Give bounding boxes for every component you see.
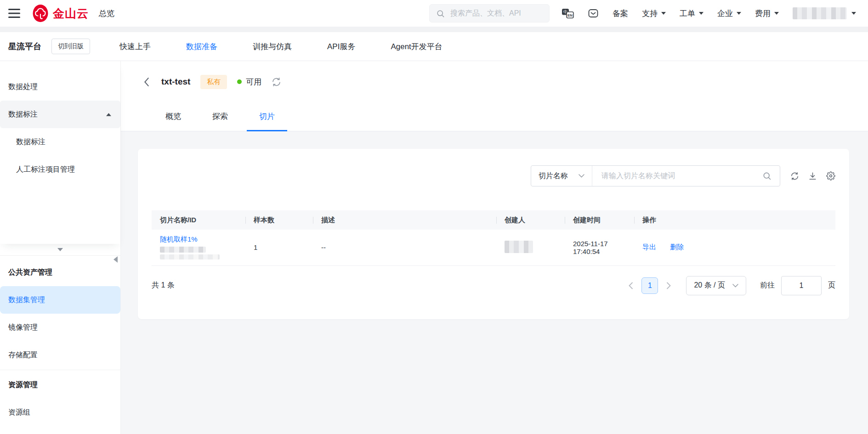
sidebar-annotation-menu: 数据处理 数据标注 数据标注 人工标注项目管理	[0, 61, 120, 244]
slice-filter-control: 切片名称	[531, 165, 780, 186]
sidebar-item-resource-group[interactable]: 资源组	[0, 399, 120, 426]
topbar-menu-support[interactable]: 支持	[642, 8, 666, 19]
switch-old-version-button[interactable]: 切到旧版	[51, 39, 90, 54]
platform-tab-api-service[interactable]: API服务	[327, 41, 355, 52]
chevron-down-icon	[732, 284, 738, 287]
dataset-detail-header: txt-test 私有 可用 概览 探索 切片	[121, 61, 868, 131]
page-number-active[interactable]: 1	[641, 277, 658, 294]
visibility-badge: 私有	[200, 75, 227, 89]
messages-icon[interactable]	[588, 8, 599, 19]
global-search-input[interactable]	[449, 9, 546, 18]
refresh-table-button[interactable]	[790, 172, 799, 180]
column-header-created-at: 创建时间	[565, 210, 634, 230]
language-toggle-icon[interactable]: 中 EN	[562, 8, 574, 19]
pagination: 1 20 条 / 页 前往 页	[626, 276, 835, 295]
column-header-actions: 操作	[634, 210, 835, 230]
sidebar-item-dataset-management[interactable]: 数据集管理	[0, 286, 120, 314]
beian-link[interactable]: 备案	[613, 8, 628, 19]
slices-toolbar: 切片名称	[152, 165, 835, 186]
delete-action-link[interactable]: 删除	[670, 243, 684, 251]
column-header-description: 描述	[313, 210, 496, 230]
sidebar-subitem-data-annotation[interactable]: 数据标注	[0, 128, 120, 156]
tab-slice[interactable]: 切片	[247, 111, 287, 131]
filter-field-select[interactable]: 切片名称	[531, 166, 592, 186]
back-button[interactable]	[142, 76, 151, 88]
created-at-cell: 2025-11-17 17:40:54	[565, 230, 634, 265]
page-unit-label: 页	[828, 281, 835, 290]
chevron-up-icon	[106, 113, 111, 116]
sidebar-subitem-manual-annotation-projects[interactable]: 人工标注项目管理	[0, 156, 120, 183]
topbar-divider-band	[0, 27, 868, 32]
main-content: txt-test 私有 可用 概览 探索 切片	[121, 61, 868, 434]
sidebar-item-image-management[interactable]: 镜像管理	[0, 314, 120, 341]
prev-page-button[interactable]	[626, 280, 635, 291]
detail-tabs: 概览 探索 切片	[153, 96, 868, 131]
slice-name-link[interactable]: 随机取样1%	[160, 235, 198, 244]
export-action-link[interactable]: 导出	[642, 243, 656, 251]
chevron-down-icon	[57, 248, 63, 251]
user-account-masked	[793, 7, 847, 19]
brand-logo[interactable]: 金山云	[32, 4, 89, 23]
refresh-status-button[interactable]	[272, 77, 281, 87]
platform-tab-agent-platform[interactable]: Agent开发平台	[391, 41, 442, 52]
content-body: 切片名称	[121, 131, 868, 434]
slice-search-input[interactable]	[601, 171, 757, 180]
settings-gear-icon[interactable]	[826, 171, 835, 180]
status-dot	[237, 79, 242, 84]
description-cell: --	[313, 230, 496, 265]
goto-page-input[interactable]	[781, 276, 822, 295]
brand-name: 金山云	[53, 6, 89, 21]
chevron-down-icon	[579, 174, 584, 178]
search-icon[interactable]	[762, 171, 772, 180]
platform-tabs: 快速上手 数据准备 训推与仿真 API服务 Agent开发平台	[119, 41, 443, 52]
sidebar-group-title: 资源管理	[0, 371, 120, 399]
global-search[interactable]	[429, 4, 550, 23]
platform-tab-quickstart[interactable]: 快速上手	[119, 41, 151, 52]
sidebar-collapse-handle[interactable]	[112, 254, 119, 265]
hamburger-menu-icon[interactable]	[8, 9, 20, 18]
search-icon	[436, 9, 445, 18]
platform-navbar: 星流平台 切到旧版 快速上手 数据准备 训推与仿真 API服务 Agent开发平…	[0, 32, 868, 61]
kingsoft-cloud-logo-icon	[32, 4, 49, 23]
sidebar-group-public-assets: 公共资产管理 数据集管理 镜像管理 存储配置	[0, 259, 120, 369]
topbar-right-cluster: 中 EN 备案 支持 工单 企业 费用	[562, 7, 856, 19]
sidebar: 数据处理 数据标注 数据标注 人工标注项目管理 公共资产管理 数据集管理	[0, 61, 121, 434]
sidebar-item-data-annotation[interactable]: 数据标注	[0, 101, 120, 128]
total-count: 共 1 条	[152, 281, 175, 290]
status-label: 可用	[246, 77, 261, 87]
topbar-menu-workorder[interactable]: 工单	[680, 8, 703, 19]
download-icon[interactable]	[808, 172, 817, 180]
chevron-down-icon	[661, 12, 666, 15]
page-size-select[interactable]: 20 条 / 页	[686, 276, 746, 295]
user-account[interactable]	[793, 7, 856, 19]
platform-title: 星流平台	[8, 41, 41, 52]
column-header-samples: 样本数	[245, 210, 313, 230]
sidebar-group-title: 公共资产管理	[0, 259, 120, 286]
column-header-creator: 创建人	[496, 210, 565, 230]
next-page-button[interactable]	[664, 280, 673, 291]
table-footer: 共 1 条 1 20 条 / 页	[152, 266, 835, 319]
creator-masked	[505, 241, 533, 253]
sidebar-section-toggle[interactable]	[0, 244, 120, 256]
platform-tab-data-preparation[interactable]: 数据准备	[186, 41, 217, 52]
table-row: 随机取样1% 1 -- 2025-11-17 17:40:54	[152, 230, 835, 265]
column-header-name-id: 切片名称/ID	[152, 210, 245, 230]
chevron-down-icon	[737, 12, 741, 15]
slices-card: 切片名称	[138, 149, 849, 319]
svg-text:EN: EN	[567, 13, 573, 17]
topbar-menu-billing[interactable]: 费用	[755, 8, 779, 19]
tab-explore[interactable]: 探索	[200, 111, 240, 131]
tab-overview[interactable]: 概览	[153, 111, 193, 131]
sidebar-groups: 公共资产管理 数据集管理 镜像管理 存储配置 资源管理 资源组	[0, 256, 120, 426]
status-indicator: 可用	[237, 77, 261, 87]
table-header-row: 切片名称/ID 样本数 描述 创建人 创建时间 操作	[152, 210, 835, 230]
slice-id-masked	[160, 247, 245, 259]
platform-tab-training-simulation[interactable]: 训推与仿真	[253, 41, 292, 52]
slices-table: 切片名称/ID 样本数 描述 创建人 创建时间 操作 随机取样1%	[152, 210, 835, 266]
goto-label: 前往	[760, 281, 775, 290]
nav-overview-link[interactable]: 总览	[99, 8, 114, 19]
topbar-menu-enterprise[interactable]: 企业	[717, 8, 741, 19]
sidebar-item-storage-config[interactable]: 存储配置	[0, 341, 120, 369]
sidebar-item-data-processing[interactable]: 数据处理	[0, 73, 120, 101]
sidebar-group-resources: 资源管理 资源组	[0, 370, 120, 426]
